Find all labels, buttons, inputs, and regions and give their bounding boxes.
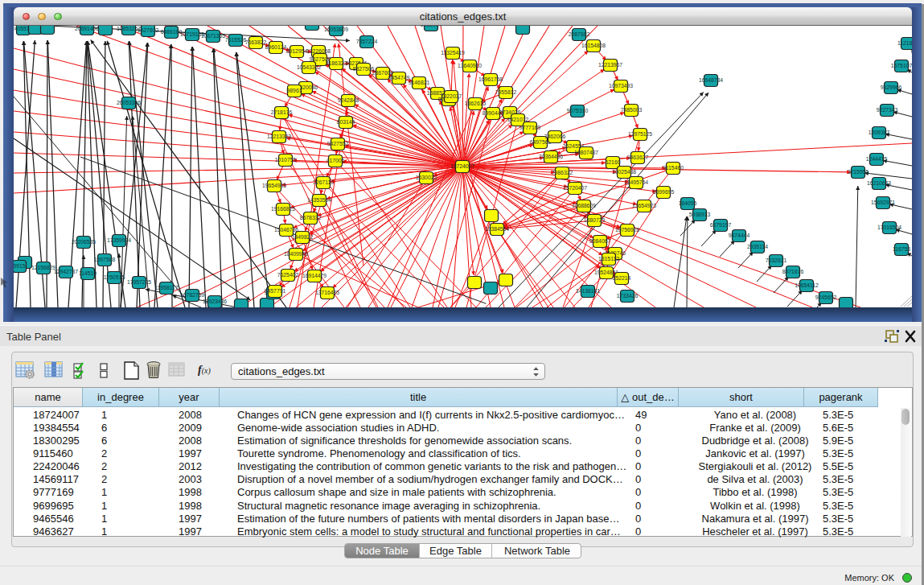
svg-text:2087682: 2087682 bbox=[569, 31, 590, 37]
svg-text:18409948: 18409948 bbox=[284, 251, 308, 257]
svg-text:417006: 417006 bbox=[326, 158, 345, 163]
svg-text:1597588: 1597588 bbox=[94, 257, 116, 262]
svg-text:14353594: 14353594 bbox=[307, 197, 331, 203]
svg-text:11958117: 11958117 bbox=[154, 285, 178, 290]
svg-text:19654935: 19654935 bbox=[262, 183, 286, 188]
svg-text:16210643: 16210643 bbox=[867, 180, 891, 186]
svg-text:7515526: 7515526 bbox=[225, 37, 247, 43]
svg-text:10671355: 10671355 bbox=[201, 33, 225, 39]
svg-text:9463627: 9463627 bbox=[627, 154, 649, 160]
svg-text:12213363: 12213363 bbox=[267, 134, 291, 139]
svg-text:13654923: 13654923 bbox=[632, 203, 656, 208]
svg-text:7625402: 7625402 bbox=[277, 272, 299, 278]
svg-text:1530022: 1530022 bbox=[416, 175, 437, 180]
svg-text:8186323: 8186323 bbox=[326, 60, 347, 66]
svg-text:14136141: 14136141 bbox=[576, 288, 600, 294]
svg-text:1449822: 1449822 bbox=[292, 234, 314, 240]
svg-text:1880729: 1880729 bbox=[584, 217, 606, 223]
svg-text:13640910: 13640910 bbox=[458, 63, 482, 68]
svg-text:7663822: 7663822 bbox=[245, 39, 267, 45]
svg-text:5938913: 5938913 bbox=[689, 212, 711, 217]
svg-text:9777169: 9777169 bbox=[519, 125, 541, 130]
svg-text:11325419: 11325419 bbox=[441, 50, 465, 56]
svg-text:9245652: 9245652 bbox=[815, 295, 837, 300]
svg-text:15692971: 15692971 bbox=[871, 200, 895, 205]
svg-text:8454749: 8454749 bbox=[388, 75, 410, 80]
svg-text:17016504: 17016504 bbox=[877, 225, 901, 230]
svg-text:9915: 9915 bbox=[14, 263, 26, 269]
svg-text:9474444: 9474444 bbox=[729, 233, 750, 238]
svg-text:12213967: 12213967 bbox=[598, 62, 622, 68]
svg-text:7986322: 7986322 bbox=[552, 170, 573, 175]
svg-text:98961: 98961 bbox=[287, 88, 302, 93]
svg-text:16154808: 16154808 bbox=[581, 43, 606, 48]
svg-text:1244415: 1244415 bbox=[866, 156, 888, 162]
svg-text:16648784: 16648784 bbox=[699, 77, 723, 83]
svg-text:7485003: 7485003 bbox=[621, 107, 643, 113]
svg-text:114519: 114519 bbox=[79, 270, 97, 276]
svg-text:2718176: 2718176 bbox=[271, 109, 293, 115]
svg-text:10654112: 10654112 bbox=[795, 282, 819, 288]
svg-text:1121896: 1121896 bbox=[897, 40, 912, 46]
svg-text:15720407: 15720407 bbox=[563, 185, 587, 191]
svg-text:13716485: 13716485 bbox=[315, 290, 339, 295]
svg-text:10025438: 10025438 bbox=[612, 169, 636, 175]
svg-text:18724007: 18724007 bbox=[450, 163, 474, 169]
svg-text:3215955: 3215955 bbox=[848, 169, 869, 175]
svg-text:20206535: 20206535 bbox=[72, 239, 96, 245]
svg-text:17957225: 17957225 bbox=[127, 279, 151, 285]
svg-text:7857224: 7857224 bbox=[356, 39, 378, 44]
svg-text:1733426: 1733426 bbox=[617, 293, 639, 299]
svg-text:8912954: 8912954 bbox=[286, 48, 308, 54]
svg-text:252214: 252214 bbox=[613, 275, 631, 281]
svg-text:116753: 116753 bbox=[893, 246, 910, 252]
svg-text:62160: 62160 bbox=[606, 159, 621, 165]
svg-text:18495754: 18495754 bbox=[624, 179, 648, 185]
svg-text:3267110: 3267110 bbox=[313, 179, 334, 185]
svg-text:9115460: 9115460 bbox=[663, 165, 684, 171]
svg-text:9075310: 9075310 bbox=[567, 108, 589, 113]
svg-text:8471676: 8471676 bbox=[782, 269, 804, 274]
svg-text:1815112: 1815112 bbox=[598, 256, 619, 262]
svg-text:16782759: 16782759 bbox=[180, 292, 204, 298]
svg-text:9329966: 9329966 bbox=[881, 84, 902, 90]
svg-text:9084067: 9084067 bbox=[589, 238, 611, 244]
svg-text:1209387: 1209387 bbox=[869, 130, 890, 135]
svg-text:26053346: 26053346 bbox=[117, 100, 141, 105]
svg-text:6466160: 6466160 bbox=[161, 29, 183, 35]
svg-text:2935114: 2935114 bbox=[747, 244, 768, 249]
svg-text:12156829: 12156829 bbox=[31, 265, 55, 270]
svg-text:17359924: 17359924 bbox=[107, 237, 131, 243]
svg-text:164095: 164095 bbox=[679, 200, 697, 206]
svg-text:9457791: 9457791 bbox=[265, 288, 286, 294]
svg-text:10688609: 10688609 bbox=[572, 203, 596, 208]
svg-text:19384554: 19384554 bbox=[485, 226, 509, 232]
svg-text:16961758: 16961758 bbox=[478, 76, 503, 82]
svg-text:9327506: 9327506 bbox=[353, 66, 375, 72]
svg-text:9242848: 9242848 bbox=[338, 97, 359, 103]
svg-text:1575107: 1575107 bbox=[891, 63, 912, 68]
svg-text:20691406: 20691406 bbox=[75, 26, 99, 31]
svg-text:1010755: 1010755 bbox=[275, 157, 297, 163]
svg-text:8960124: 8960124 bbox=[265, 44, 287, 50]
svg-text:9427552: 9427552 bbox=[327, 141, 349, 146]
svg-text:803144: 803144 bbox=[337, 119, 355, 125]
svg-text:1362615: 1362615 bbox=[465, 101, 487, 106]
svg-text:19756928: 19756928 bbox=[615, 227, 639, 233]
svg-text:7632621: 7632621 bbox=[766, 257, 787, 263]
svg-text:16053809: 16053809 bbox=[324, 27, 348, 32]
svg-text:1322037: 1322037 bbox=[441, 93, 462, 99]
svg-text:10807487: 10807487 bbox=[574, 150, 598, 155]
svg-text:8578332: 8578332 bbox=[300, 215, 322, 220]
svg-text:12975125: 12975125 bbox=[628, 131, 652, 137]
svg-text:20364436: 20364436 bbox=[539, 154, 563, 159]
svg-text:15046736: 15046736 bbox=[274, 227, 298, 233]
svg-text:8813054: 8813054 bbox=[421, 26, 442, 27]
svg-text:7462066: 7462066 bbox=[544, 134, 566, 139]
svg-text:9227343: 9227343 bbox=[877, 107, 898, 113]
svg-text:12942737: 12942737 bbox=[54, 269, 78, 274]
svg-text:16914479: 16914479 bbox=[302, 273, 326, 278]
svg-text:9146821: 9146821 bbox=[409, 80, 430, 85]
svg-text:6879197: 6879197 bbox=[710, 222, 732, 228]
svg-text:7955812: 7955812 bbox=[495, 89, 517, 95]
